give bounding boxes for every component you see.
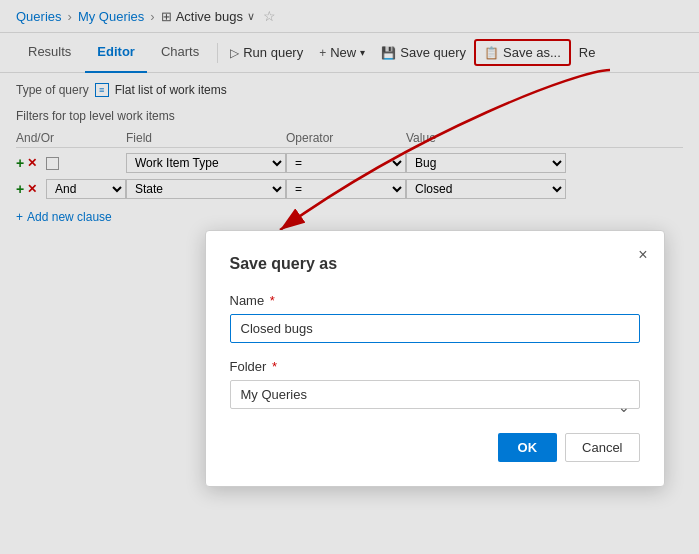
name-field-label: Name * [230,293,640,308]
modal-close-button[interactable]: × [638,247,647,263]
name-input[interactable] [230,314,640,343]
name-required-indicator: * [266,293,275,308]
folder-select[interactable]: My Queries Shared Queries [230,380,640,409]
modal-footer: OK Cancel [230,433,640,462]
folder-required-indicator: * [268,359,277,374]
folder-select-wrapper: My Queries Shared Queries [230,380,640,433]
save-query-as-dialog: Save query as × Name * Folder * My Queri… [205,230,665,487]
modal-title: Save query as [230,255,640,273]
cancel-button[interactable]: Cancel [565,433,639,462]
folder-field-label: Folder * [230,359,640,374]
ok-button[interactable]: OK [498,433,558,462]
modal-overlay: Save query as × Name * Folder * My Queri… [0,0,699,554]
